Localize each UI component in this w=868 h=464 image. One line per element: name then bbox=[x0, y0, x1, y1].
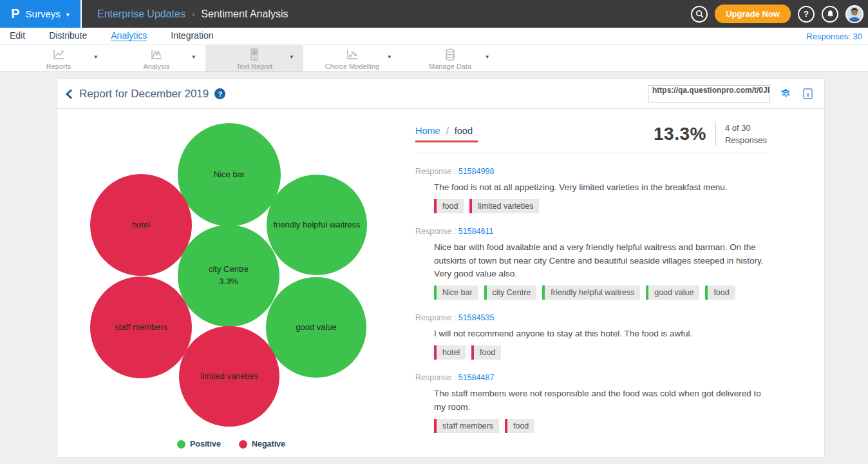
database-icon bbox=[444, 48, 456, 61]
response-text: The food is not at all appetizing. Very … bbox=[434, 181, 764, 195]
legend-label: Positive bbox=[190, 440, 221, 449]
search-icon bbox=[695, 10, 704, 18]
legend-item-positive: Positive bbox=[177, 440, 221, 449]
legend-dot-icon bbox=[177, 440, 185, 449]
toolbar-item-label: Reports bbox=[46, 63, 71, 70]
bubble-label: Nice bar bbox=[214, 169, 245, 181]
nav-tab-edit[interactable]: Edit bbox=[10, 30, 25, 42]
breadcrumb-slash: / bbox=[446, 126, 449, 136]
bubble-label: hotel bbox=[132, 219, 150, 231]
legend-label: Negative bbox=[252, 440, 285, 449]
breadcrumb-home-link[interactable]: Home bbox=[415, 126, 440, 136]
product-switcher[interactable]: P Surveys ▾ bbox=[0, 0, 82, 28]
breadcrumb-survey-folder[interactable]: Enterprise Updates bbox=[97, 8, 185, 20]
toolbar-dropdown-caret-icon[interactable]: ▾ bbox=[192, 53, 195, 60]
responses-count[interactable]: Responses: 30 bbox=[806, 32, 862, 41]
bubble-good-value[interactable]: good value bbox=[266, 277, 366, 378]
toolbar-item-analysis[interactable]: Analysis▾ bbox=[108, 45, 205, 72]
response-text: Nice bar with food available and a very … bbox=[434, 241, 764, 282]
response-text: The staff members were not responsible a… bbox=[434, 387, 764, 414]
response-item: Response : 51584998The food is not at al… bbox=[415, 167, 767, 213]
questionpro-logo-icon: P bbox=[11, 6, 19, 21]
response-tags: foodlimited varieties bbox=[434, 199, 767, 213]
response-item: Response : 51584487The staff members wer… bbox=[415, 373, 767, 433]
response-id-link[interactable]: 51584998 bbox=[458, 167, 495, 176]
user-avatar[interactable] bbox=[845, 5, 863, 23]
response-id-link[interactable]: 51584487 bbox=[458, 373, 495, 382]
help-button[interactable]: ? bbox=[798, 6, 815, 23]
response-label: Response : 51584487 bbox=[415, 373, 767, 382]
response-tags: hotelfood bbox=[434, 345, 767, 360]
bubble-friendly-helpful-waitress[interactable]: friendly helpful waitress bbox=[267, 175, 367, 275]
settings-gear-icon[interactable] bbox=[780, 88, 791, 99]
main-area: Report for December 2019 ? https://qa.qu… bbox=[0, 72, 868, 464]
tag-food[interactable]: food bbox=[471, 345, 501, 360]
report-url-input[interactable]: https://qa.questionpro.com/t/0JR2 bbox=[648, 85, 770, 102]
back-button[interactable] bbox=[65, 89, 73, 99]
bubble-nice-bar[interactable]: Nice bar bbox=[178, 123, 281, 226]
toolbar-item-text-report[interactable]: Text Report▾ bbox=[205, 45, 303, 72]
nav-tab-distribute[interactable]: Distribute bbox=[49, 30, 87, 42]
chart-legend: PositiveNegative bbox=[83, 440, 379, 449]
nav-tab-analytics[interactable]: Analytics bbox=[111, 30, 147, 42]
bubble-label: staff members bbox=[115, 322, 167, 334]
notifications-button[interactable] bbox=[822, 6, 838, 23]
sentiment-bubble-chart: Nice barhotelfriendly helpful waitressci… bbox=[83, 119, 379, 454]
breadcrumb-survey-name: Sentiment Analysis bbox=[201, 8, 288, 20]
search-button[interactable] bbox=[691, 6, 708, 23]
tag-staff-members[interactable]: staff members bbox=[434, 419, 499, 433]
breadcrumb-current-tag: food bbox=[455, 126, 473, 136]
topbar-actions: Upgrade Now ? bbox=[691, 5, 868, 23]
tag-food[interactable]: food bbox=[705, 285, 735, 300]
breadcrumb-separator-icon: › bbox=[192, 9, 194, 19]
bubble-limited-varieties[interactable]: limited varieties bbox=[179, 326, 279, 427]
export-excel-icon[interactable]: x bbox=[803, 88, 813, 99]
response-label: Response : 51584998 bbox=[415, 167, 767, 176]
tag-food[interactable]: food bbox=[505, 419, 534, 433]
toolbar-item-choice-modelling[interactable]: Choice Modelling▾ bbox=[303, 45, 401, 72]
toolbar-item-label: Text Report bbox=[236, 63, 272, 70]
report-panel: Report for December 2019 ? https://qa.qu… bbox=[57, 79, 825, 458]
analysis-chart-icon bbox=[150, 48, 163, 61]
text-report-icon bbox=[250, 48, 259, 61]
tag-hotel[interactable]: hotel bbox=[434, 345, 466, 360]
question-mark-icon: ? bbox=[804, 9, 809, 19]
chevron-down-icon: ▾ bbox=[66, 11, 70, 18]
responses-pane: Home / food 13.3% 4 of 30 Responses Resp… bbox=[415, 122, 767, 433]
choice-modelling-icon bbox=[346, 48, 359, 61]
response-tags: staff membersfood bbox=[434, 419, 767, 433]
survey-nav-tabs: EditDistributeAnalyticsIntegration bbox=[0, 30, 213, 42]
response-tags: Nice barcity Centrefriendly helpful wait… bbox=[434, 285, 767, 300]
report-content: Nice barhotelfriendly helpful waitressci… bbox=[57, 109, 824, 457]
bubble-staff-members[interactable]: staff members bbox=[90, 276, 192, 378]
bell-icon bbox=[826, 10, 835, 18]
stats-divider bbox=[715, 122, 716, 146]
response-id-link[interactable]: 51584611 bbox=[458, 227, 494, 236]
title-help-icon[interactable]: ? bbox=[214, 88, 225, 99]
tag-city-centre[interactable]: city Centre bbox=[484, 285, 537, 300]
response-text: I will not recommend anyone to stay at t… bbox=[434, 327, 764, 341]
tag-limited-varieties[interactable]: limited varieties bbox=[469, 199, 539, 213]
tag-good-value[interactable]: good value bbox=[646, 285, 699, 300]
nav-tab-integration[interactable]: Integration bbox=[171, 30, 213, 42]
toolbar-item-manage-data[interactable]: Manage Data▾ bbox=[401, 45, 499, 72]
response-id-link[interactable]: 51584535 bbox=[458, 313, 495, 322]
avatar-photo bbox=[847, 6, 862, 22]
upgrade-now-button[interactable]: Upgrade Now bbox=[715, 5, 791, 23]
toolbar-dropdown-caret-icon[interactable]: ▾ bbox=[388, 53, 391, 60]
detail-stats: 13.3% 4 of 30 Responses bbox=[654, 122, 767, 147]
toolbar-item-label: Analysis bbox=[144, 63, 170, 70]
toolbar-item-reports[interactable]: Reports▾ bbox=[10, 45, 108, 72]
toolbar-dropdown-caret-icon[interactable]: ▾ bbox=[94, 53, 97, 60]
legend-item-negative: Negative bbox=[239, 440, 285, 449]
tag-food[interactable]: food bbox=[434, 199, 464, 213]
toolbar-dropdown-caret-icon[interactable]: ▾ bbox=[486, 53, 489, 60]
bubble-hotel[interactable]: hotel bbox=[90, 174, 192, 276]
tag-nice-bar[interactable]: Nice bar bbox=[434, 285, 478, 300]
report-header-actions: https://qa.questionpro.com/t/0JR2 x bbox=[648, 85, 824, 102]
response-list: Response : 51584998The food is not at al… bbox=[415, 167, 767, 433]
tag-friendly-helpful-waitress[interactable]: friendly helpful waitress bbox=[542, 285, 640, 300]
reports-chart-icon bbox=[52, 48, 65, 61]
bubble-city-centre[interactable]: city Centre3.3% bbox=[178, 225, 279, 327]
toolbar-dropdown-caret-icon[interactable]: ▾ bbox=[290, 53, 293, 60]
